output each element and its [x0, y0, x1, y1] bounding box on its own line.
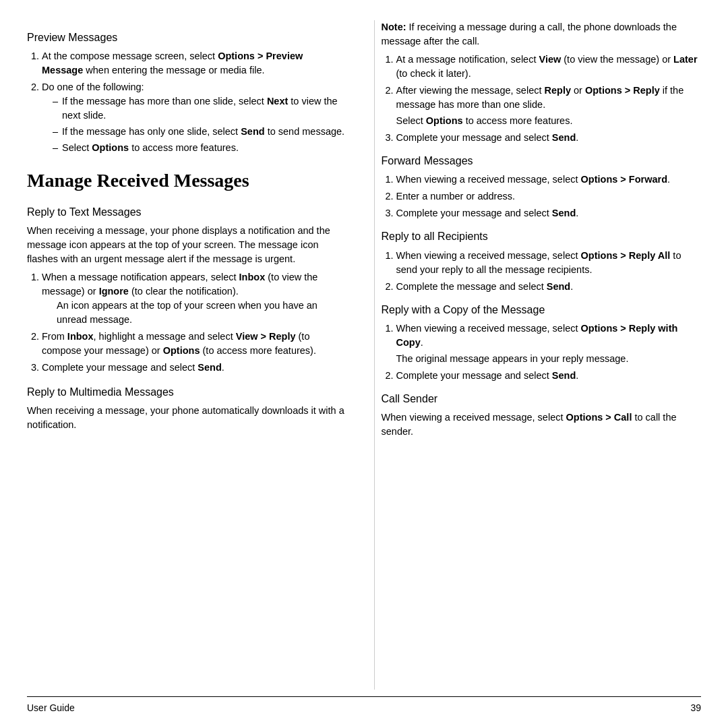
forward-messages-title: Forward Messages: [382, 153, 702, 169]
list-item: If the message has more than one slide, …: [53, 94, 347, 123]
list-item: After viewing the message, select Reply …: [396, 84, 702, 128]
list-item: Complete your message and select Send.: [42, 361, 347, 375]
list-item: Complete your message and select Send.: [396, 131, 702, 145]
reply-text-intro: When receiving a message, your phone dis…: [27, 224, 347, 266]
note-items-list: At a message notification, select View (…: [396, 53, 702, 145]
list-item: From Inbox, highlight a message and sele…: [42, 330, 347, 358]
call-sender-title: Call Sender: [382, 391, 702, 406]
select-options-note: Select Options to access more features.: [396, 114, 702, 128]
reply-text-title: Reply to Text Messages: [27, 204, 347, 220]
left-column: Preview Messages At the compose message …: [27, 20, 354, 690]
footer-right: 39: [690, 701, 701, 715]
manage-received-messages-title: Manage Received Messages: [27, 167, 347, 195]
preview-messages-title: Preview Messages: [27, 30, 347, 45]
content-area: Preview Messages At the compose message …: [27, 20, 701, 690]
list-item: Do one of the following: If the message …: [42, 80, 347, 155]
extra-note: An icon appears at the top of your scree…: [57, 299, 347, 327]
list-item: When viewing a received message, select …: [396, 173, 702, 187]
list-item: At a message notification, select View (…: [396, 53, 702, 81]
list-item: If the message has only one slide, selec…: [53, 125, 347, 139]
list-item: Complete your message and select Send.: [396, 369, 702, 383]
call-sender-intro: When viewing a received message, select …: [382, 411, 702, 439]
reply-all-list: When viewing a received message, select …: [396, 249, 702, 294]
list-item: Select Options to access more features.: [53, 141, 347, 155]
reply-multimedia-intro: When receiving a message, your phone aut…: [27, 404, 347, 432]
preview-messages-list: At the compose message screen, select Op…: [42, 49, 347, 155]
list-item: Complete the message and select Send.: [396, 280, 702, 294]
list-item: Complete your message and select Send.: [396, 206, 702, 220]
list-item: Enter a number or address.: [396, 189, 702, 204]
reply-all-title: Reply to all Recipients: [382, 229, 702, 244]
list-item: When a message notification appears, sel…: [42, 270, 347, 327]
list-item: When viewing a received message, select …: [396, 322, 702, 366]
note-text: Note: If receiving a message during a ca…: [382, 20, 702, 49]
list-item: At the compose message screen, select Op…: [42, 49, 347, 78]
reply-copy-title: Reply with a Copy of the Message: [382, 302, 702, 317]
footer-left: User Guide: [27, 701, 75, 715]
reply-copy-note: The original message appears in your rep…: [396, 352, 702, 366]
sub-list: If the message has more than one slide, …: [53, 94, 347, 155]
reply-text-list: When a message notification appears, sel…: [42, 270, 347, 375]
footer: User Guide 39: [27, 696, 701, 715]
reply-multimedia-title: Reply to Multimedia Messages: [27, 384, 347, 400]
page: Preview Messages At the compose message …: [0, 0, 728, 728]
forward-messages-list: When viewing a received message, select …: [396, 173, 702, 220]
list-item: When viewing a received message, select …: [396, 249, 702, 277]
reply-copy-list: When viewing a received message, select …: [396, 322, 702, 383]
right-column: Note: If receiving a message during a ca…: [374, 20, 702, 690]
